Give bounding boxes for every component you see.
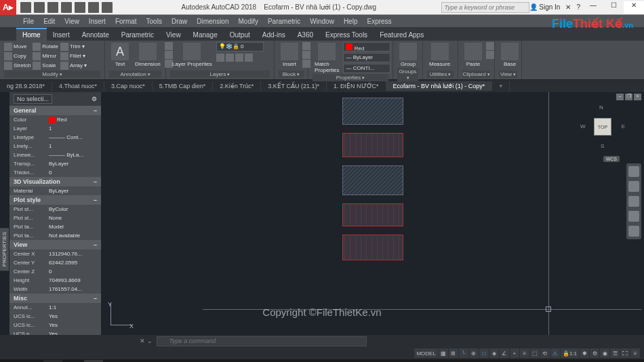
color-combo[interactable]: Red [343, 42, 390, 52]
base-view-button[interactable]: Base [499, 42, 521, 71]
drawing-canvas[interactable]: – ❐ × N S W E TOP WCS Y [101, 92, 644, 335]
property-row[interactable]: MaterialByLayer [9, 186, 101, 195]
viewcube-face[interactable]: TOP [594, 118, 611, 136]
rotate-button[interactable]: Rotate [33, 42, 58, 51]
status-lineweight-icon[interactable]: ≡ [520, 348, 529, 358]
viewcube-w[interactable]: W [580, 123, 586, 129]
nav-orbit-icon[interactable] [628, 211, 639, 222]
panel-annotation-title[interactable]: Annotation [109, 71, 161, 78]
tab-a360[interactable]: A360 [291, 29, 319, 41]
tab-featured-apps[interactable]: Featured Apps [374, 29, 430, 41]
menu-tools[interactable]: Tools [142, 16, 166, 26]
property-row[interactable]: Linewe...——— ByLa... [9, 150, 101, 159]
array-button[interactable]: Array ▾ [60, 61, 87, 70]
mirror-button[interactable]: Mirror [33, 52, 58, 60]
status-workspace-icon[interactable]: ⚙ [590, 348, 599, 358]
menu-file[interactable]: File [19, 16, 38, 26]
panel-block-title[interactable]: Block [279, 71, 304, 78]
section-3dviz[interactable]: 3D Visualization– [9, 177, 101, 186]
doc-tab[interactable]: 5.TMB Cap dien* [153, 81, 214, 91]
tab-parametric[interactable]: Parametric [115, 29, 160, 41]
property-row[interactable]: Annot...1:1 [9, 303, 101, 312]
property-row[interactable]: Thickn...0 [9, 168, 101, 177]
layer-tool-icon[interactable] [216, 54, 224, 62]
qat-plot-icon[interactable] [75, 2, 85, 13]
property-row[interactable]: Height704993.8669 [9, 276, 101, 285]
status-annomonitor-icon[interactable]: ⚠ [550, 348, 560, 358]
property-row[interactable]: Plot ta...Model [9, 222, 101, 231]
cmdline-close-icon[interactable]: ✕ ⌄ [136, 338, 157, 344]
copy-button[interactable]: Copy [4, 52, 31, 60]
qat-undo-icon[interactable] [88, 2, 99, 13]
status-polar-icon[interactable]: ⊕ [469, 348, 479, 358]
property-row[interactable]: UCS p...Yes [9, 329, 101, 335]
qat-saveas-icon[interactable] [61, 2, 72, 13]
status-customize-icon[interactable]: ≡ [630, 348, 640, 358]
status-isolate-icon[interactable]: ☰ [610, 348, 620, 358]
move-button[interactable]: Move [4, 42, 31, 51]
menu-parametric[interactable]: Parametric [264, 16, 304, 26]
doc-tab-new[interactable]: + [492, 81, 510, 91]
group-button[interactable]: Group [397, 42, 419, 68]
status-hardware-icon[interactable]: ◉ [600, 348, 609, 358]
panel-layers-title[interactable]: Layers [170, 71, 270, 78]
drawing-minimize-button[interactable]: – [616, 94, 624, 100]
doc-tab[interactable]: 2.Kiến Trúc* [213, 81, 261, 91]
layer-tool2-icon[interactable] [226, 54, 234, 62]
menu-dimension[interactable]: Dimension [193, 16, 233, 26]
match-properties-button[interactable]: Match Properties [313, 42, 341, 74]
property-row[interactable]: Transp...ByLayer [9, 159, 101, 168]
property-row[interactable]: Width1761557.04... [9, 285, 101, 294]
viewcube[interactable]: N S W E TOP [580, 104, 625, 149]
paste-button[interactable]: Paste [462, 42, 484, 71]
maximize-button[interactable]: ☐ [603, 1, 624, 14]
qat-save-icon[interactable] [47, 2, 58, 13]
status-annoscale-icon[interactable]: ✱ [580, 348, 589, 358]
menu-modify[interactable]: Modify [235, 16, 262, 26]
help-search-input[interactable] [441, 2, 529, 13]
property-row[interactable]: Color Red [9, 115, 101, 124]
property-row[interactable]: Plot st...ByColor [9, 205, 101, 214]
command-input[interactable] [157, 336, 367, 346]
panel-properties-title[interactable]: Properties [313, 74, 388, 81]
tab-express-tools[interactable]: Express Tools [319, 29, 374, 41]
doc-tab[interactable]: 3.KẾT CẤU (21.1)* [261, 81, 327, 91]
nav-zoom-icon[interactable] [628, 196, 639, 207]
close-button[interactable]: ✕ [624, 1, 644, 14]
help-icon[interactable]: ? [576, 3, 580, 11]
cut-icon[interactable] [486, 42, 494, 50]
property-row[interactable]: Center Z0 [9, 267, 101, 276]
nav-showmotion-icon[interactable] [628, 226, 639, 237]
status-cycling-icon[interactable]: ⟲ [540, 348, 550, 358]
doc-tab[interactable]: 3.Cap nuoc* [104, 81, 153, 91]
exchange-icon[interactable]: ✕ [565, 3, 571, 11]
tab-manage[interactable]: Manage [187, 29, 224, 41]
text-button[interactable]: AText [109, 42, 131, 71]
quickselect-icon[interactable]: ⚙ [92, 96, 97, 102]
property-row[interactable]: UCS ic...Yes [9, 321, 101, 329]
status-3dosnap-icon[interactable]: ◈ [489, 348, 499, 358]
copyclip-icon[interactable] [486, 51, 494, 59]
menu-edit[interactable]: Edit [39, 16, 59, 26]
qat-open-icon[interactable] [34, 2, 45, 13]
drawing-restore-button[interactable]: ❐ [625, 94, 632, 100]
layer-combo[interactable]: 💡❄️🔒 0 [216, 42, 264, 52]
menu-view[interactable]: View [60, 16, 83, 26]
tab-insert[interactable]: Insert [47, 29, 76, 41]
menu-draw[interactable]: Draw [167, 16, 191, 26]
panel-modify-title[interactable]: Modify [4, 71, 100, 78]
status-transparency-icon[interactable]: ⬚ [530, 348, 540, 358]
status-scale[interactable]: 🔒 1:1 [561, 348, 579, 358]
status-otrack-icon[interactable]: ∠ [500, 348, 509, 358]
property-row[interactable]: Linety...1 [9, 142, 101, 150]
stretch-button[interactable]: Stretch [4, 61, 31, 70]
properties-side-tab[interactable]: PROPERTIES [0, 228, 9, 270]
drawing-close-button[interactable]: × [634, 94, 641, 100]
layer-tool4-icon[interactable] [245, 54, 253, 62]
tab-annotate[interactable]: Annotate [76, 29, 115, 41]
scale-button[interactable]: Scale [33, 61, 58, 70]
tab-addins[interactable]: Add-ins [256, 29, 291, 41]
selection-combo[interactable]: No selecti... [14, 94, 52, 104]
status-ortho-icon[interactable]: └ [459, 348, 468, 358]
status-cleanscreen-icon[interactable]: ⛶ [620, 348, 630, 358]
